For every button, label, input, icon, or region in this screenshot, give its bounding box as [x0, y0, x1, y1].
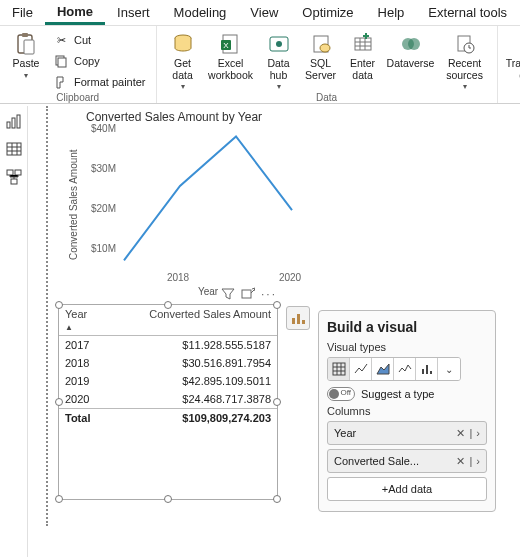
menu-file[interactable]: File — [0, 0, 45, 25]
svg-point-12 — [320, 44, 330, 52]
model-view-button[interactable] — [5, 168, 23, 186]
cut-label: Cut — [74, 34, 91, 46]
field-well-year[interactable]: Year ✕ | › — [327, 421, 487, 445]
vt-table[interactable] — [328, 358, 350, 380]
svg-rect-22 — [7, 143, 21, 155]
resize-handle[interactable] — [55, 398, 63, 406]
resize-handle[interactable] — [273, 398, 281, 406]
recent-icon — [453, 32, 477, 56]
recent-label: Recent sources — [439, 58, 491, 81]
svg-point-15 — [408, 38, 420, 50]
svg-point-10 — [276, 41, 282, 47]
menu-home[interactable]: Home — [45, 0, 105, 25]
chevron-right-icon[interactable]: › — [476, 427, 480, 439]
svg-rect-1 — [22, 33, 28, 37]
col-year[interactable]: Year ▲ — [59, 305, 101, 335]
recent-sources-button[interactable]: Recent sources — [439, 30, 491, 92]
table-visual[interactable]: ··· Year ▲ Converted Sales Amount 2017$1… — [58, 304, 278, 500]
menu-bar: File Home Insert Modeling View Optimize … — [0, 0, 520, 26]
add-data-button[interactable]: +Add data — [327, 477, 487, 501]
visual-type-picker: ⌄ — [327, 357, 461, 381]
cut-button[interactable]: ✂ Cut — [48, 30, 150, 50]
vt-bar[interactable] — [416, 358, 438, 380]
scissors-icon: ✂ — [52, 31, 70, 49]
transform-data-button[interactable]: Transform data — [504, 30, 520, 92]
copy-icon — [52, 52, 70, 70]
field-well-amount[interactable]: Converted Sale... ✕ | › — [327, 449, 487, 473]
resize-handle[interactable] — [273, 301, 281, 309]
enter-data-label: Enter data — [343, 58, 383, 81]
data-hub-button[interactable]: Data hub — [259, 30, 299, 92]
filter-icon[interactable] — [221, 287, 235, 301]
report-view-button[interactable] — [5, 112, 23, 130]
divider: | — [469, 427, 472, 439]
resize-handle[interactable] — [164, 495, 172, 503]
get-data-label: Get data — [163, 58, 203, 81]
vt-line2[interactable] — [394, 358, 416, 380]
excel-label: Excel workbook — [205, 58, 257, 81]
page-edge — [46, 106, 48, 526]
resize-handle[interactable] — [55, 495, 63, 503]
suggest-label: Suggest a type — [361, 388, 434, 400]
chevron-right-icon[interactable]: › — [476, 455, 480, 467]
table-row[interactable]: 2019$42.895.109.5011 — [59, 372, 277, 390]
dataverse-label: Dataverse — [387, 58, 435, 70]
vt-more[interactable]: ⌄ — [438, 358, 460, 380]
menu-insert[interactable]: Insert — [105, 0, 162, 25]
table-total-row: Total$109,809,274.203 — [59, 408, 277, 427]
menu-modeling[interactable]: Modeling — [162, 0, 239, 25]
vt-area[interactable] — [372, 358, 394, 380]
svg-rect-28 — [297, 314, 300, 324]
resize-handle[interactable] — [273, 495, 281, 503]
format-painter-button[interactable]: Format painter — [48, 72, 150, 92]
get-data-button[interactable]: Get data — [163, 30, 203, 92]
sql-server-button[interactable]: SQL Server — [301, 30, 341, 81]
clipboard-icon — [14, 32, 38, 56]
visual-action-bar: ··· — [221, 287, 277, 301]
focus-mode-icon[interactable] — [241, 287, 255, 301]
svg-rect-29 — [302, 320, 305, 324]
remove-field-icon[interactable]: ✕ — [456, 427, 465, 440]
chart-svg — [120, 128, 296, 268]
y-tick: $20M — [90, 203, 116, 214]
table-row[interactable]: 2017$11.928.555.5187 — [59, 336, 277, 354]
field-wells: Year ✕ | › Converted Sale... ✕ | › +Add … — [327, 421, 487, 501]
svg-rect-31 — [422, 369, 424, 374]
remove-field-icon[interactable]: ✕ — [456, 455, 465, 468]
copy-button[interactable]: Copy — [48, 51, 150, 71]
resize-handle[interactable] — [55, 301, 63, 309]
paintbrush-icon — [52, 73, 70, 91]
table-row[interactable]: 2020$24.468.717.3878 — [59, 390, 277, 408]
paste-button[interactable]: Paste — [6, 30, 46, 80]
build-visual-toggle[interactable] — [286, 306, 310, 330]
dataverse-icon — [399, 32, 423, 56]
visual-types-label: Visual types — [327, 341, 487, 353]
data-hub-label: Data hub — [259, 58, 299, 81]
menu-external-tools[interactable]: External tools — [416, 0, 519, 25]
chevron-down-icon: ⌄ — [445, 364, 453, 375]
svg-rect-25 — [11, 179, 17, 184]
vt-line[interactable] — [350, 358, 372, 380]
more-options-icon[interactable]: ··· — [261, 287, 277, 301]
dataverse-button[interactable]: Dataverse — [385, 30, 437, 70]
format-painter-label: Format painter — [74, 76, 146, 88]
menu-optimize[interactable]: Optimize — [290, 0, 365, 25]
table-header: Year ▲ Converted Sales Amount — [59, 305, 277, 336]
enter-data-icon — [351, 32, 375, 56]
col-amount[interactable]: Converted Sales Amount — [101, 305, 277, 335]
menu-view[interactable]: View — [238, 0, 290, 25]
table-row[interactable]: 2018$30.516.891.7954 — [59, 354, 277, 372]
enter-data-button[interactable]: Enter data — [343, 30, 383, 81]
x-axis-label: Year — [198, 286, 218, 297]
resize-handle[interactable] — [164, 301, 172, 309]
svg-rect-21 — [17, 115, 20, 128]
menu-help[interactable]: Help — [366, 0, 417, 25]
suggest-toggle[interactable]: Off — [327, 387, 355, 401]
data-hub-icon — [267, 32, 291, 56]
svg-rect-33 — [430, 371, 432, 374]
excel-workbook-button[interactable]: X Excel workbook — [205, 30, 257, 81]
svg-rect-13 — [355, 38, 371, 50]
y-tick: $10M — [90, 243, 116, 254]
data-view-button[interactable] — [5, 140, 23, 158]
line-chart-visual[interactable]: Converted Sales Amount by Year Converted… — [68, 110, 304, 296]
